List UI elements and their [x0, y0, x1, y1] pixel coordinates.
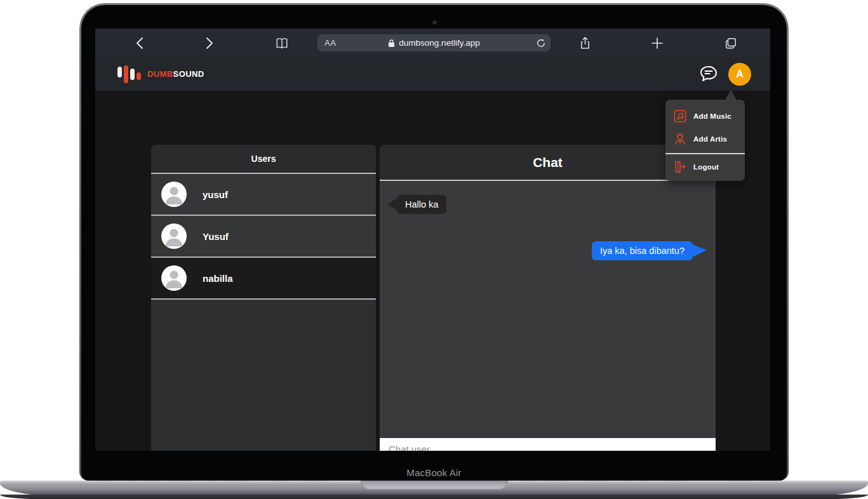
user-name: yusuf [203, 189, 228, 200]
logout-door-icon [673, 160, 687, 174]
laptop-hinge-notch [361, 481, 508, 489]
chat-message-sent: Iya ka, bisa dibantu? [592, 241, 707, 260]
user-list-item[interactable]: yusuf [151, 174, 376, 216]
menu-item-add-artis[interactable]: Add Artis [665, 128, 745, 150]
chat-message-received: Hallo ka [387, 195, 446, 214]
padlock-icon [388, 39, 395, 48]
reload-button[interactable] [536, 36, 546, 50]
user-name: Yusuf [203, 231, 229, 242]
menu-item-logout[interactable]: Logout [665, 154, 745, 181]
menu-item-label: Add Music [693, 112, 731, 120]
user-avatar-placeholder-icon [161, 182, 187, 207]
address-bar[interactable]: AA dumbsong.netlify.app [317, 34, 551, 51]
bubble-tail [691, 244, 707, 258]
forward-button[interactable] [200, 29, 219, 57]
back-button[interactable] [130, 29, 149, 57]
brand-logo[interactable]: DUMBSOUND [117, 64, 204, 84]
chat-input-container [380, 438, 716, 451]
laptop-base [0, 481, 868, 496]
chat-toggle-button[interactable] [699, 65, 718, 83]
book-icon [275, 37, 289, 50]
reload-icon [536, 38, 546, 48]
bookmarks-button[interactable] [272, 29, 291, 57]
url-text: dumbsong.netlify.app [399, 38, 479, 48]
chevron-right-icon [207, 38, 212, 48]
chat-panel: Chat Hallo ka Iya ka, bisa dibantu? [380, 145, 716, 451]
share-icon [580, 36, 591, 50]
screenshot-stage: MacBook Air AA dumbsong.netlify.app [0, 0, 868, 499]
user-avatar-placeholder-icon [161, 265, 187, 291]
tabs-icon [724, 37, 737, 50]
brand-name: DUMBSOUND [147, 69, 204, 79]
equalizer-bars-icon [117, 64, 141, 84]
webcam-dot [432, 20, 437, 25]
chat-message-input[interactable] [380, 439, 716, 451]
chevron-left-icon [137, 38, 142, 48]
user-list-item-selected[interactable]: nabilla [151, 258, 376, 300]
laptop-base-edge [0, 495, 868, 499]
message-text: Hallo ka [397, 195, 446, 214]
menu-item-label: Add Artis [693, 135, 727, 143]
artist-person-icon [673, 132, 687, 146]
music-note-icon [673, 109, 687, 123]
user-avatar-button[interactable]: A [728, 63, 751, 86]
users-panel-title: Users [151, 145, 376, 174]
message-text: Iya ka, bisa dibantu? [592, 241, 693, 260]
menu-item-add-music[interactable]: Add Music [665, 105, 745, 128]
user-name: nabilla [203, 273, 233, 284]
user-avatar-placeholder-icon [161, 223, 187, 249]
device-label: MacBook Air [81, 467, 787, 478]
tabs-button[interactable] [721, 29, 741, 57]
share-button[interactable] [575, 29, 594, 57]
browser-window: AA dumbsong.netlify.app [95, 29, 770, 451]
browser-toolbar: AA dumbsong.netlify.app [95, 29, 770, 58]
dropdown-caret [725, 90, 737, 100]
user-list-item[interactable]: Yusuf [151, 216, 376, 258]
users-panel: Users yusuf Yusuf nabilla [151, 145, 376, 451]
plus-icon [651, 37, 663, 49]
account-dropdown-menu: Add Music Add Artis Logout [665, 100, 745, 181]
site-header: DUMBSOUND A [95, 57, 770, 91]
url-display[interactable]: dumbsong.netlify.app [388, 38, 479, 48]
speech-bubble-icon [699, 65, 718, 83]
menu-item-label: Logout [693, 163, 719, 171]
reader-button[interactable]: AA [324, 38, 336, 48]
chat-message-area: Hallo ka Iya ka, bisa dibantu? [380, 181, 716, 438]
new-tab-button[interactable] [648, 29, 667, 57]
